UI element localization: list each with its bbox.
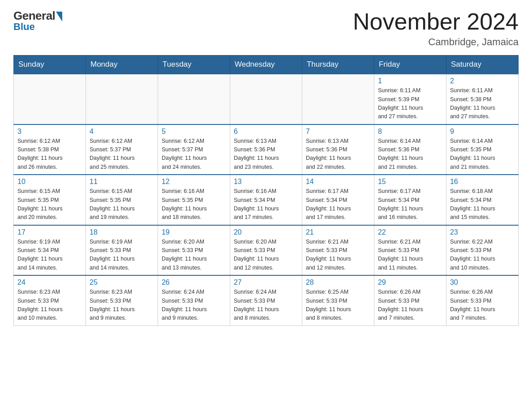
day-number: 2 — [450, 77, 515, 85]
day-info: Sunrise: 6:24 AMSunset: 5:33 PMDaylight:… — [162, 288, 226, 323]
calendar-cell: 24Sunrise: 6:23 AMSunset: 5:33 PMDayligh… — [14, 275, 86, 325]
day-number: 8 — [378, 128, 442, 136]
day-info: Sunrise: 6:19 AMSunset: 5:33 PMDaylight:… — [90, 238, 154, 273]
day-info: Sunrise: 6:13 AMSunset: 5:36 PMDaylight:… — [306, 137, 370, 172]
day-number: 29 — [378, 278, 442, 287]
day-number: 27 — [234, 278, 298, 287]
day-info: Sunrise: 6:17 AMSunset: 5:34 PMDaylight:… — [378, 187, 442, 222]
day-number: 10 — [17, 178, 82, 186]
day-number: 23 — [450, 228, 515, 236]
day-number: 6 — [234, 128, 298, 136]
calendar-header-row: SundayMondayTuesdayWednesdayThursdayFrid… — [14, 56, 519, 74]
calendar-cell: 30Sunrise: 6:26 AMSunset: 5:33 PMDayligh… — [446, 275, 518, 325]
title-area: November 2024 Cambridge, Jamaica — [353, 9, 519, 48]
calendar-cell: 27Sunrise: 6:24 AMSunset: 5:33 PMDayligh… — [230, 275, 302, 325]
col-header-saturday: Saturday — [446, 56, 518, 74]
week-row-3: 10Sunrise: 6:15 AMSunset: 5:35 PMDayligh… — [14, 175, 519, 225]
day-info: Sunrise: 6:11 AMSunset: 5:38 PMDaylight:… — [450, 86, 515, 121]
day-info: Sunrise: 6:21 AMSunset: 5:33 PMDaylight:… — [378, 238, 442, 273]
week-row-1: 1Sunrise: 6:11 AMSunset: 5:39 PMDaylight… — [14, 74, 519, 124]
day-info: Sunrise: 6:26 AMSunset: 5:33 PMDaylight:… — [378, 288, 442, 323]
day-info: Sunrise: 6:26 AMSunset: 5:33 PMDaylight:… — [450, 288, 515, 323]
calendar-cell: 3Sunrise: 6:12 AMSunset: 5:38 PMDaylight… — [14, 124, 86, 175]
day-number: 13 — [234, 178, 298, 186]
calendar-cell: 16Sunrise: 6:18 AMSunset: 5:34 PMDayligh… — [446, 175, 518, 225]
calendar-cell: 19Sunrise: 6:20 AMSunset: 5:33 PMDayligh… — [158, 225, 230, 276]
calendar-cell: 9Sunrise: 6:14 AMSunset: 5:35 PMDaylight… — [446, 124, 518, 175]
calendar-cell: 5Sunrise: 6:12 AMSunset: 5:37 PMDaylight… — [158, 124, 230, 175]
day-number: 5 — [162, 128, 226, 136]
calendar-cell: 6Sunrise: 6:13 AMSunset: 5:36 PMDaylight… — [230, 124, 302, 175]
col-header-monday: Monday — [86, 56, 158, 74]
calendar-cell: 14Sunrise: 6:17 AMSunset: 5:34 PMDayligh… — [302, 175, 374, 225]
day-info: Sunrise: 6:20 AMSunset: 5:33 PMDaylight:… — [162, 238, 226, 273]
calendar-cell: 22Sunrise: 6:21 AMSunset: 5:33 PMDayligh… — [374, 225, 446, 276]
calendar-cell — [86, 74, 158, 124]
week-row-5: 24Sunrise: 6:23 AMSunset: 5:33 PMDayligh… — [14, 275, 519, 325]
logo: General Blue — [13, 9, 62, 33]
day-number: 24 — [17, 278, 82, 287]
day-info: Sunrise: 6:22 AMSunset: 5:33 PMDaylight:… — [450, 238, 515, 273]
day-number: 17 — [17, 228, 82, 236]
location-title: Cambridge, Jamaica — [353, 36, 519, 48]
calendar-cell: 10Sunrise: 6:15 AMSunset: 5:35 PMDayligh… — [14, 175, 86, 225]
day-info: Sunrise: 6:21 AMSunset: 5:33 PMDaylight:… — [306, 238, 370, 273]
day-info: Sunrise: 6:12 AMSunset: 5:37 PMDaylight:… — [162, 137, 226, 172]
day-info: Sunrise: 6:15 AMSunset: 5:35 PMDaylight:… — [90, 187, 154, 222]
day-number: 26 — [162, 278, 226, 287]
day-number: 3 — [17, 128, 82, 136]
week-row-4: 17Sunrise: 6:19 AMSunset: 5:34 PMDayligh… — [14, 225, 519, 276]
day-number: 19 — [162, 228, 226, 236]
page-header: General Blue November 2024 Cambridge, Ja… — [13, 9, 519, 48]
day-number: 12 — [162, 178, 226, 186]
calendar-cell: 17Sunrise: 6:19 AMSunset: 5:34 PMDayligh… — [14, 225, 86, 276]
calendar-cell: 26Sunrise: 6:24 AMSunset: 5:33 PMDayligh… — [158, 275, 230, 325]
calendar-cell: 28Sunrise: 6:25 AMSunset: 5:33 PMDayligh… — [302, 275, 374, 325]
calendar-cell: 12Sunrise: 6:16 AMSunset: 5:35 PMDayligh… — [158, 175, 230, 225]
col-header-sunday: Sunday — [14, 56, 86, 74]
calendar-cell: 13Sunrise: 6:16 AMSunset: 5:34 PMDayligh… — [230, 175, 302, 225]
calendar-cell: 1Sunrise: 6:11 AMSunset: 5:39 PMDaylight… — [374, 74, 446, 124]
day-number: 4 — [90, 128, 154, 136]
day-number: 7 — [306, 128, 370, 136]
calendar-cell — [302, 74, 374, 124]
day-number: 28 — [306, 278, 370, 287]
day-info: Sunrise: 6:14 AMSunset: 5:36 PMDaylight:… — [378, 137, 442, 172]
day-number: 16 — [450, 178, 515, 186]
day-info: Sunrise: 6:23 AMSunset: 5:33 PMDaylight:… — [17, 288, 82, 323]
day-number: 20 — [234, 228, 298, 236]
day-number: 18 — [90, 228, 154, 236]
day-info: Sunrise: 6:17 AMSunset: 5:34 PMDaylight:… — [306, 187, 370, 222]
calendar-cell: 11Sunrise: 6:15 AMSunset: 5:35 PMDayligh… — [86, 175, 158, 225]
day-number: 21 — [306, 228, 370, 236]
calendar-cell: 8Sunrise: 6:14 AMSunset: 5:36 PMDaylight… — [374, 124, 446, 175]
day-info: Sunrise: 6:12 AMSunset: 5:37 PMDaylight:… — [90, 137, 154, 172]
day-info: Sunrise: 6:23 AMSunset: 5:33 PMDaylight:… — [90, 288, 154, 323]
calendar-cell: 29Sunrise: 6:26 AMSunset: 5:33 PMDayligh… — [374, 275, 446, 325]
week-row-2: 3Sunrise: 6:12 AMSunset: 5:38 PMDaylight… — [14, 124, 519, 175]
logo-triangle-icon — [56, 12, 62, 21]
day-info: Sunrise: 6:18 AMSunset: 5:34 PMDaylight:… — [450, 187, 515, 222]
day-info: Sunrise: 6:12 AMSunset: 5:38 PMDaylight:… — [17, 137, 82, 172]
day-number: 11 — [90, 178, 154, 186]
col-header-tuesday: Tuesday — [158, 56, 230, 74]
calendar-table: SundayMondayTuesdayWednesdayThursdayFrid… — [13, 55, 519, 326]
calendar-cell — [158, 74, 230, 124]
day-info: Sunrise: 6:25 AMSunset: 5:33 PMDaylight:… — [306, 288, 370, 323]
col-header-wednesday: Wednesday — [230, 56, 302, 74]
day-info: Sunrise: 6:20 AMSunset: 5:33 PMDaylight:… — [234, 238, 298, 273]
calendar-cell: 2Sunrise: 6:11 AMSunset: 5:38 PMDaylight… — [446, 74, 518, 124]
day-number: 1 — [378, 77, 442, 85]
day-info: Sunrise: 6:19 AMSunset: 5:34 PMDaylight:… — [17, 238, 82, 273]
logo-blue-text: Blue — [13, 21, 35, 33]
calendar-cell: 23Sunrise: 6:22 AMSunset: 5:33 PMDayligh… — [446, 225, 518, 276]
day-info: Sunrise: 6:16 AMSunset: 5:34 PMDaylight:… — [234, 187, 298, 222]
day-number: 25 — [90, 278, 154, 287]
day-info: Sunrise: 6:24 AMSunset: 5:33 PMDaylight:… — [234, 288, 298, 323]
day-number: 9 — [450, 128, 515, 136]
day-info: Sunrise: 6:14 AMSunset: 5:35 PMDaylight:… — [450, 137, 515, 172]
calendar-cell: 25Sunrise: 6:23 AMSunset: 5:33 PMDayligh… — [86, 275, 158, 325]
calendar-cell: 15Sunrise: 6:17 AMSunset: 5:34 PMDayligh… — [374, 175, 446, 225]
calendar-cell: 21Sunrise: 6:21 AMSunset: 5:33 PMDayligh… — [302, 225, 374, 276]
day-number: 14 — [306, 178, 370, 186]
